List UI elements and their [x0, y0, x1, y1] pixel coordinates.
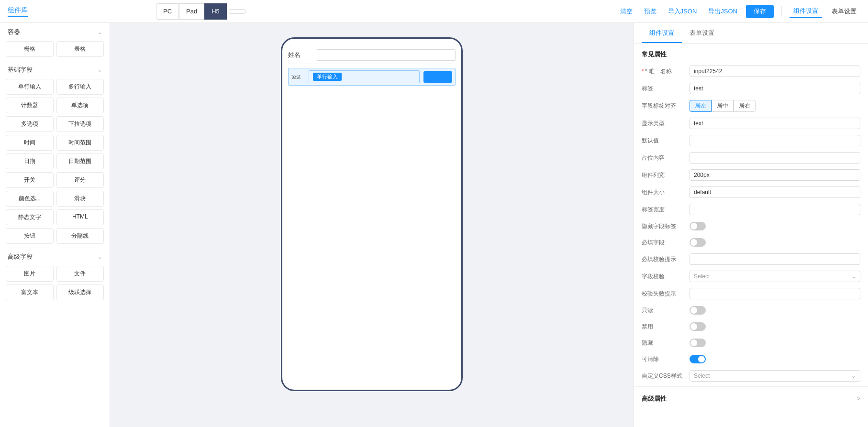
- list-item[interactable]: HTML: [56, 209, 104, 225]
- main-layout: 容器 ⌄ 栅格 表格 基础字段 ⌄ 单行输入 多行输入 计数器 单选项 多选项 …: [0, 23, 868, 427]
- container-grid: 栅格 表格: [0, 39, 110, 61]
- advanced-props-section: 高级属性 >: [634, 389, 868, 406]
- list-item[interactable]: 级联选择: [56, 285, 104, 300]
- form-field-label: 姓名: [288, 51, 317, 59]
- tab-component-settings[interactable]: 组件设置: [642, 23, 682, 43]
- disabled-toggle[interactable]: [690, 322, 706, 331]
- align-group: 居左 居中 居右: [690, 100, 860, 112]
- prop-label-size: 组件大小: [642, 188, 690, 197]
- container-section-label: 容器: [8, 28, 20, 36]
- list-item[interactable]: 富文本: [6, 285, 54, 300]
- save-btn[interactable]: 保存: [746, 5, 774, 18]
- align-left-btn[interactable]: 居左: [690, 100, 712, 112]
- display-type-input[interactable]: [690, 118, 860, 129]
- advanced-props-title: 高级属性: [642, 394, 667, 403]
- pad-btn[interactable]: Pad: [179, 3, 204, 20]
- placeholder-input[interactable]: [690, 152, 860, 164]
- prop-row-col-width: 组件列宽: [634, 166, 868, 184]
- divider: [781, 6, 782, 17]
- list-item[interactable]: 分隔线: [56, 228, 104, 244]
- list-item[interactable]: 滑块: [56, 191, 104, 207]
- list-item[interactable]: 多行输入: [56, 79, 104, 95]
- pc-btn[interactable]: PC: [156, 3, 179, 20]
- validation-select[interactable]: Select ⌄: [690, 271, 860, 282]
- right-panel: 组件设置 表单设置 常见属性 ** 唯一名称 标签 字段标签对齐 居左 居中 居…: [634, 23, 868, 427]
- align-center-btn[interactable]: 居中: [712, 100, 734, 112]
- advanced-section-label: 高级字段: [8, 252, 33, 261]
- h5-btn[interactable]: H5: [204, 3, 227, 20]
- unique-name-input[interactable]: [690, 66, 860, 77]
- form-settings-tab[interactable]: 表单设置: [828, 5, 860, 18]
- list-item[interactable]: 计数器: [6, 98, 54, 113]
- required-msg-input[interactable]: [690, 253, 860, 265]
- form-row: 姓名: [288, 46, 456, 64]
- chevron-down-icon: ⌄: [851, 273, 856, 280]
- prop-label-clearable: 可清除: [642, 355, 690, 363]
- prop-label-label-width: 标签宽度: [642, 206, 690, 214]
- chevron-down-icon: ⌄: [851, 372, 856, 379]
- label-width-input[interactable]: [690, 204, 860, 215]
- prop-label-default-value: 默认值: [642, 137, 690, 145]
- advanced-expand-icon[interactable]: >: [857, 395, 860, 402]
- list-item[interactable]: 颜色选...: [6, 191, 54, 207]
- component-settings-tab[interactable]: 组件设置: [790, 5, 822, 18]
- form-row-selected: test 单行输入: [288, 68, 456, 86]
- list-item[interactable]: 单选项: [56, 98, 104, 113]
- basic-section-header[interactable]: 基础字段 ⌄: [0, 61, 110, 77]
- list-item[interactable]: 评分: [56, 172, 104, 188]
- list-item[interactable]: 时间范围: [56, 135, 104, 151]
- list-item[interactable]: 表格: [56, 41, 104, 57]
- advanced-chevron-icon: ⌄: [98, 254, 102, 260]
- align-right-btn[interactable]: 居右: [734, 100, 756, 112]
- extra-btn[interactable]: [229, 9, 246, 14]
- clear-btn[interactable]: 清空: [617, 5, 635, 18]
- form-field-label: test: [291, 74, 309, 80]
- list-item[interactable]: 单行输入: [6, 79, 54, 95]
- required-star-icon: *: [642, 68, 644, 75]
- selected-field-highlight[interactable]: 单行输入: [309, 70, 420, 83]
- component-library-tab[interactable]: 组件库: [8, 6, 28, 17]
- prop-label-tag: 标签: [642, 85, 690, 93]
- list-item[interactable]: 时间: [6, 135, 54, 151]
- default-value-input[interactable]: [690, 135, 860, 146]
- list-item[interactable]: 文件: [56, 266, 104, 282]
- list-item[interactable]: 栅格: [6, 41, 54, 57]
- selected-action-btn[interactable]: [423, 71, 452, 83]
- list-item[interactable]: 日期范围: [56, 153, 104, 169]
- list-item[interactable]: 日期: [6, 153, 54, 169]
- prop-row-unique-name: ** 唯一名称: [634, 63, 868, 80]
- tag-input[interactable]: [690, 83, 860, 94]
- prop-label-disabled: 禁用: [642, 323, 690, 331]
- list-item[interactable]: 多选项: [6, 116, 54, 132]
- preview-btn[interactable]: 预览: [641, 5, 659, 18]
- prop-label-col-width: 组件列宽: [642, 171, 690, 179]
- prop-row-custom-css: 自定义CSS样式 Select ⌄: [634, 367, 868, 384]
- prop-label-required: 必填字段: [642, 239, 690, 247]
- list-item[interactable]: 开关: [6, 172, 54, 188]
- clearable-toggle[interactable]: [690, 355, 706, 363]
- import-json-btn[interactable]: 导入JSON: [665, 5, 700, 18]
- readonly-toggle[interactable]: [690, 306, 706, 315]
- validation-fail-input[interactable]: [690, 288, 860, 299]
- prop-row-tag: 标签: [634, 80, 868, 97]
- hidden-toggle[interactable]: [690, 339, 706, 347]
- list-item[interactable]: 按钮: [6, 228, 54, 244]
- list-item[interactable]: 静态文字: [6, 209, 54, 225]
- prop-label-required-msg: 必填校验提示: [642, 255, 690, 263]
- form-field-input[interactable]: [317, 49, 456, 61]
- hide-label-toggle[interactable]: [690, 222, 706, 230]
- advanced-section-header[interactable]: 高级字段 ⌄: [0, 248, 110, 264]
- export-json-btn[interactable]: 导出JSON: [705, 5, 740, 18]
- col-width-input[interactable]: [690, 169, 860, 181]
- prop-label-custom-css: 自定义CSS样式: [642, 372, 690, 380]
- tab-form-settings[interactable]: 表单设置: [682, 23, 722, 43]
- prop-row-clearable: 可清除: [634, 351, 868, 367]
- basic-section-label: 基础字段: [8, 66, 33, 74]
- custom-css-select[interactable]: Select ⌄: [690, 370, 860, 382]
- required-toggle[interactable]: [690, 238, 706, 247]
- size-input[interactable]: [690, 186, 860, 198]
- prop-label-validation-fail: 校验失败提示: [642, 290, 690, 298]
- list-item[interactable]: 下拉选项: [56, 116, 104, 132]
- container-section-header[interactable]: 容器 ⌄: [0, 23, 110, 39]
- list-item[interactable]: 图片: [6, 266, 54, 282]
